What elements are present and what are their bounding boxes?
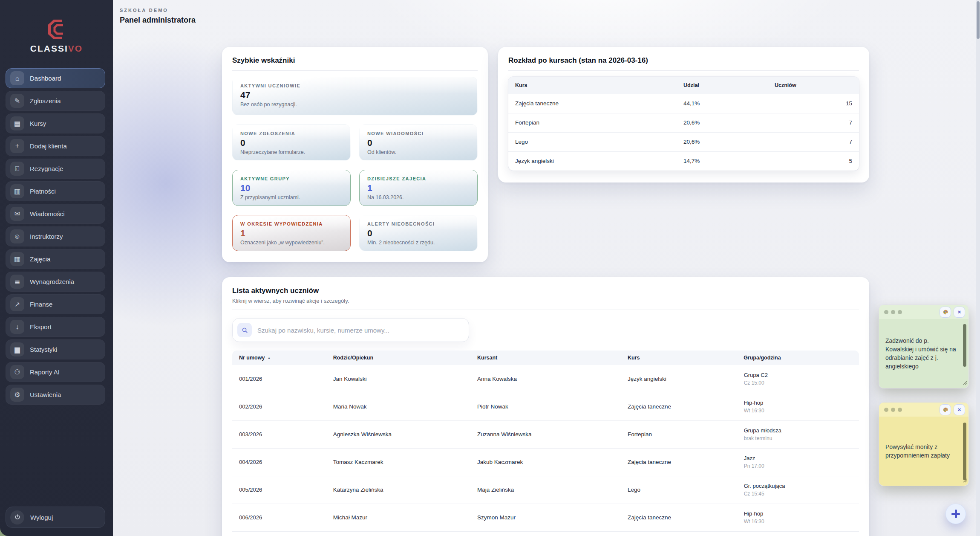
note-body[interactable]: Powysyłać monity z przypomnieniem zapłat… — [879, 417, 968, 486]
close-icon[interactable]: × — [954, 307, 965, 318]
sidebar-item-raporty-ai[interactable]: ⚇ Raporty AI — [6, 362, 105, 382]
group-name: Hip-hop — [744, 510, 852, 517]
stat-label: NOWE ZGŁOSZENIA — [240, 131, 343, 136]
logout-button[interactable]: Wyloguj — [6, 507, 105, 528]
sidebar-item-eksport[interactable]: ↓ Eksport — [6, 317, 105, 337]
page-scrollbar — [976, 0, 980, 536]
cell-parent: Michał Mazur — [326, 504, 470, 531]
col-kurs[interactable]: Kurs — [621, 351, 737, 365]
col-kurs: Kurs — [508, 77, 677, 94]
sidebar-item-instruktorzy[interactable]: ☺ Instruktorzy — [6, 226, 105, 246]
students-table: Nr umowy▲ Rodzic/Opiekun Kursant Kurs Gr… — [232, 351, 859, 532]
note-text: Zadzwonić do p. Kowalskiej i umówić się … — [885, 336, 957, 371]
stat-label: ALERTY NIEOBECNOŚCI — [367, 221, 470, 226]
cell-group: Hip-hop Wt 16:30 — [737, 504, 859, 531]
sidebar-item-wiadomosci[interactable]: ✉ Wiadomości — [6, 204, 105, 224]
sidebar-item-dashboard[interactable]: ⌂ Dashboard — [6, 68, 105, 88]
logo-icon — [44, 18, 69, 41]
add-note-fab[interactable] — [945, 504, 966, 524]
sidebar-item-label: Raporty AI — [30, 368, 60, 376]
cell-student: Zuzanna Wiśniewska — [470, 420, 621, 448]
stat-nowe-wiadomosci: NOWE WIADOMOŚCI 0 Od klientów. — [359, 125, 478, 161]
cell-student: Piotr Nowak — [470, 393, 621, 420]
note-dots — [884, 408, 937, 412]
resize-handle-icon[interactable] — [963, 477, 967, 484]
course-name: Zajęcia taneczne — [508, 94, 677, 113]
stats-grid: AKTYWNI UCZNIOWIE 47 Bez osób po rezygna… — [232, 77, 478, 251]
student-row[interactable]: 003/2026 Agnieszka Wiśniewska Zuzanna Wi… — [232, 420, 859, 448]
note-scrollbar[interactable] — [963, 423, 966, 480]
sidebar-item-platnosci[interactable]: ▥ Płatności — [6, 181, 105, 201]
sidebar-item-finanse[interactable]: ↗ Finanse — [6, 294, 105, 314]
sidebar-item-label: Wynagrodzenia — [30, 278, 74, 285]
sidebar-item-statystyki[interactable]: ▆ Statystyki — [6, 339, 105, 359]
stat-value: 10 — [240, 183, 343, 193]
cell-student: Szymon Mazur — [470, 504, 621, 531]
stat-label: W OKRESIE WYPOWIEDZENIA — [240, 221, 343, 226]
course-row: Fortepian 20,6% 7 — [508, 113, 859, 132]
group-time: Wt 16:30 — [744, 408, 852, 414]
door-icon: ⍇ — [10, 162, 24, 176]
course-count: 5 — [768, 151, 859, 171]
col-grupa[interactable]: Grupa/godzina — [737, 351, 859, 365]
course-distribution-title: Rozkład po kursach (stan na 2026-03-16) — [508, 56, 859, 65]
col-kursant[interactable]: Kursant — [470, 351, 621, 365]
course-share: 20,6% — [677, 113, 768, 132]
sidebar-item-label: Ustawienia — [30, 391, 61, 398]
student-row[interactable]: 001/2026 Jan Kowalski Anna Kowalska Języ… — [232, 365, 859, 393]
col-uczniow: Uczniów — [768, 77, 859, 94]
group-name: Gr. początkująca — [744, 483, 852, 489]
course-distribution-card: Rozkład po kursach (stan na 2026-03-16) … — [498, 47, 869, 183]
student-row[interactable]: 002/2026 Maria Nowak Piotr Nowak Zajęcia… — [232, 393, 859, 420]
sticky-note-yellow: × Powysyłać monity z przypomnieniem zapł… — [879, 402, 969, 486]
quick-stats-title: Szybkie wskaźniki — [232, 56, 478, 65]
stat-value: 0 — [367, 228, 470, 238]
sidebar-item-zajecia[interactable]: ▦ Zajęcia — [6, 249, 105, 269]
dot-icon — [898, 408, 902, 412]
stat-value: 1 — [240, 228, 343, 238]
school-name: SZKOŁA DEMO — [120, 8, 196, 13]
students-subtitle: Kliknij w wiersz, aby rozwinąć akcje i s… — [232, 298, 859, 304]
sidebar-item-dodaj-klienta[interactable]: ＋ Dodaj klienta — [6, 136, 105, 156]
col-nr-umowy[interactable]: Nr umowy▲ — [232, 351, 326, 365]
palette-button[interactable] — [940, 307, 951, 318]
course-count: 7 — [768, 113, 859, 132]
memo-icon: ✎ — [10, 94, 24, 108]
dot-icon — [898, 310, 902, 314]
stat-label: AKTYWNI UCZNIOWIE — [240, 83, 470, 88]
chat-icon: ✉ — [10, 207, 24, 221]
course-row: Język angielski 14,7% 5 — [508, 151, 859, 171]
sidebar-item-rezygnacje[interactable]: ⍇ Rezygnacje — [6, 159, 105, 179]
note-scrollbar[interactable] — [963, 324, 966, 367]
course-share: 14,7% — [677, 151, 768, 171]
sidebar-item-kursy[interactable]: ▤ Kursy — [6, 113, 105, 133]
active-students-card: Lista aktywnych uczniów Kliknij w wiersz… — [222, 277, 869, 536]
stat-alerty-nieobecnosci: ALERTY NIEOBECNOŚCI 0 Min. 2 nieobecnośc… — [359, 215, 478, 251]
student-row[interactable]: 005/2026 Katarzyna Zielińska Maja Zieliń… — [232, 476, 859, 504]
group-name: Jazz — [744, 455, 852, 461]
page-title: Panel administratora — [120, 16, 196, 25]
student-search — [232, 318, 469, 342]
stat-dzisiejsze-zajecia: DZISIEJSZE ZAJĘCIA 1 Na 16.03.2026. — [359, 170, 478, 206]
student-row[interactable]: 006/2026 Michał Mazur Szymon Mazur Zajęc… — [232, 504, 859, 531]
search-input[interactable] — [257, 327, 464, 334]
cell-course: Fortepian — [621, 420, 737, 448]
student-row[interactable]: 004/2026 Tomasz Kaczmarek Jakub Kaczmare… — [232, 448, 859, 476]
sidebar-item-wynagrodzenia[interactable]: ≣ Wynagrodzenia — [6, 272, 105, 292]
sidebar-item-label: Zajęcia — [30, 255, 50, 263]
note-body[interactable]: Zadzwonić do p. Kowalskiej i umówić się … — [879, 319, 968, 388]
group-time: brak terminu — [744, 435, 852, 441]
page-scrollbar-thumb[interactable] — [977, 1, 980, 39]
resize-handle-icon[interactable] — [963, 379, 967, 387]
cell-course: Zajęcia taneczne — [621, 393, 737, 420]
close-icon[interactable]: × — [954, 404, 965, 415]
stat-aktywni-uczniowie: AKTYWNI UCZNIOWIE 47 Bez osób po rezygna… — [232, 77, 478, 116]
course-row: Zajęcia taneczne 44,1% 15 — [508, 94, 859, 113]
sidebar-item-zgloszenia[interactable]: ✎ Zgłoszenia — [6, 91, 105, 111]
palette-button[interactable] — [940, 404, 951, 415]
course-table-header: Kurs Udział Uczniów — [508, 77, 859, 94]
course-share: 44,1% — [677, 94, 768, 113]
col-rodzic[interactable]: Rodzic/Opiekun — [326, 351, 470, 365]
sidebar-item-ustawienia[interactable]: ⚙ Ustawienia — [6, 385, 105, 405]
app-logo: CLASSIVO — [0, 18, 113, 54]
